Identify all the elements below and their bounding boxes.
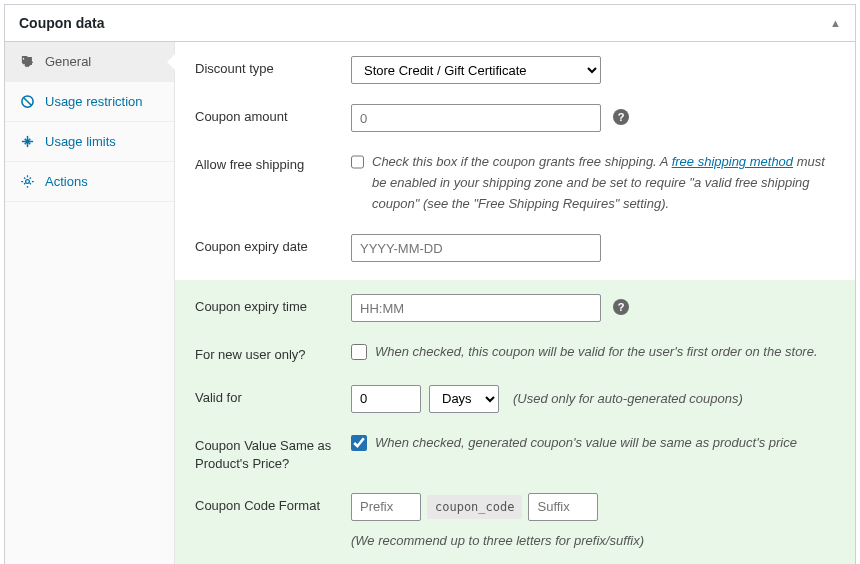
content: Discount type Store Credit / Gift Certif… bbox=[175, 42, 855, 564]
discount-type-select[interactable]: Store Credit / Gift Certificate bbox=[351, 56, 601, 84]
panel-body: General Usage restriction Usage limits A… bbox=[5, 42, 855, 564]
same-price-desc: When checked, generated coupon's value w… bbox=[375, 433, 797, 454]
panel-header: Coupon data ▲ bbox=[5, 5, 855, 42]
sidebar-item-actions[interactable]: Actions bbox=[5, 162, 174, 202]
valid-for-desc: (Used only for auto-generated coupons) bbox=[513, 391, 743, 406]
sliders-icon bbox=[19, 134, 35, 149]
expiry-date-label: Coupon expiry date bbox=[195, 234, 335, 256]
new-user-label: For new user only? bbox=[195, 342, 335, 364]
row-discount-type: Discount type Store Credit / Gift Certif… bbox=[175, 42, 855, 90]
row-same-price: Coupon Value Same as Product's Price? Wh… bbox=[175, 419, 855, 479]
gear-icon bbox=[19, 174, 35, 189]
section-extended: Coupon expiry time ? For new user only? … bbox=[175, 280, 855, 564]
svg-point-6 bbox=[25, 180, 29, 184]
sidebar: General Usage restriction Usage limits A… bbox=[5, 42, 175, 564]
row-coupon-amount: Coupon amount ? bbox=[175, 90, 855, 138]
new-user-desc: When checked, this coupon will be valid … bbox=[375, 342, 818, 363]
same-price-label: Coupon Value Same as Product's Price? bbox=[195, 433, 335, 473]
valid-for-unit-select[interactable]: Days bbox=[429, 385, 499, 413]
svg-line-1 bbox=[23, 97, 31, 105]
expiry-time-label: Coupon expiry time bbox=[195, 294, 335, 316]
sidebar-item-usage-limits[interactable]: Usage limits bbox=[5, 122, 174, 162]
collapse-icon[interactable]: ▲ bbox=[830, 17, 841, 29]
sidebar-item-label: General bbox=[45, 54, 91, 69]
valid-for-input[interactable] bbox=[351, 385, 421, 413]
coupon-amount-label: Coupon amount bbox=[195, 104, 335, 126]
help-icon[interactable]: ? bbox=[613, 109, 629, 125]
sidebar-item-label: Actions bbox=[45, 174, 88, 189]
free-shipping-link[interactable]: free shipping method bbox=[672, 154, 793, 169]
code-format-label: Coupon Code Format bbox=[195, 493, 335, 515]
section-standard: Discount type Store Credit / Gift Certif… bbox=[175, 42, 855, 280]
expiry-date-input[interactable] bbox=[351, 234, 601, 262]
coupon-amount-input[interactable] bbox=[351, 104, 601, 132]
row-expiry-time: Coupon expiry time ? bbox=[175, 280, 855, 328]
row-expiry-date: Coupon expiry date bbox=[175, 220, 855, 280]
row-code-format: Coupon Code Format coupon_code (We recom… bbox=[175, 479, 855, 564]
new-user-checkbox[interactable] bbox=[351, 344, 367, 360]
code-format-desc: (We recommend up to three letters for pr… bbox=[351, 533, 835, 548]
discount-type-label: Discount type bbox=[195, 56, 335, 78]
row-valid-for: Valid for Days (Used only for auto-gener… bbox=[175, 371, 855, 419]
tag-icon bbox=[19, 54, 35, 69]
help-icon[interactable]: ? bbox=[613, 299, 629, 315]
free-shipping-desc: Check this box if the coupon grants free… bbox=[372, 152, 835, 214]
free-shipping-label: Allow free shipping bbox=[195, 152, 335, 174]
sidebar-item-label: Usage limits bbox=[45, 134, 116, 149]
expiry-time-input[interactable] bbox=[351, 294, 601, 322]
row-free-shipping: Allow free shipping Check this box if th… bbox=[175, 138, 855, 220]
panel-title: Coupon data bbox=[19, 15, 105, 31]
prefix-input[interactable] bbox=[351, 493, 421, 521]
sidebar-item-general[interactable]: General bbox=[5, 42, 174, 82]
code-token: coupon_code bbox=[427, 495, 522, 519]
sidebar-item-usage-restriction[interactable]: Usage restriction bbox=[5, 82, 174, 122]
suffix-input[interactable] bbox=[528, 493, 598, 521]
sidebar-item-label: Usage restriction bbox=[45, 94, 143, 109]
free-shipping-checkbox[interactable] bbox=[351, 154, 364, 170]
ban-icon bbox=[19, 94, 35, 109]
coupon-data-panel: Coupon data ▲ General Usage restriction bbox=[4, 4, 856, 564]
same-price-checkbox[interactable] bbox=[351, 435, 367, 451]
row-new-user: For new user only? When checked, this co… bbox=[175, 328, 855, 370]
valid-for-label: Valid for bbox=[195, 385, 335, 407]
